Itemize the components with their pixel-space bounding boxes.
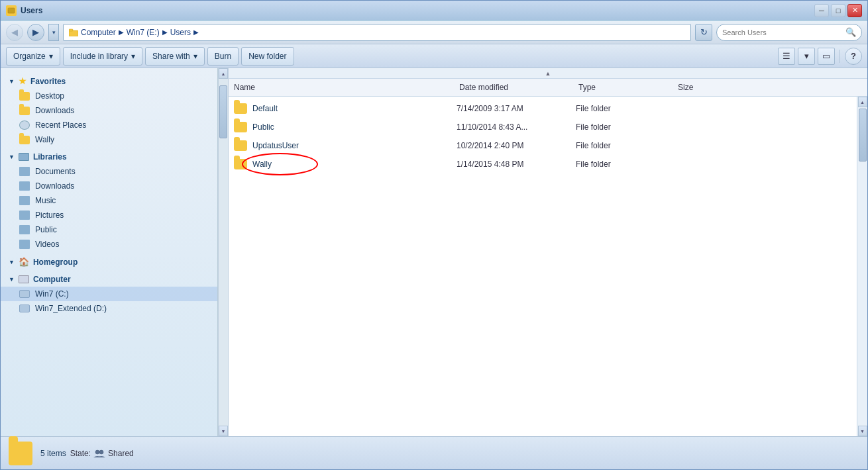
file-type-updatususer: File folder bbox=[576, 141, 675, 150]
path-icon bbox=[69, 28, 78, 36]
sidebar-item-documents[interactable]: Documents bbox=[1, 164, 217, 179]
burn-button[interactable]: Burn bbox=[207, 47, 239, 66]
file-name-public: Public bbox=[231, 122, 457, 132]
favorites-header[interactable]: ▼ ★ Favorites bbox=[1, 73, 217, 89]
status-count: 5 items bbox=[40, 449, 66, 458]
main-scrollbar[interactable]: ▲ ▼ bbox=[857, 97, 867, 436]
explorer-window: Users ─ □ ✕ ◀ ▶ ▾ Computer ▶ Win7 (E:) ▶… bbox=[0, 0, 868, 470]
sidebar-scroll-down[interactable]: ▼ bbox=[219, 426, 228, 436]
sidebar-scroll-thumb[interactable] bbox=[219, 85, 227, 138]
sidebar-item-public[interactable]: Public bbox=[1, 222, 217, 237]
main-scroll-up[interactable]: ▲ bbox=[858, 97, 867, 107]
organize-button[interactable]: Organize ▾ bbox=[6, 47, 60, 66]
homegroup-icon: 🏠 bbox=[19, 257, 29, 267]
close-button[interactable]: ✕ bbox=[847, 4, 862, 17]
nav-dropdown[interactable]: ▾ bbox=[48, 24, 59, 41]
computer-collapse-icon: ▼ bbox=[9, 276, 15, 283]
sidebar-item-music[interactable]: Music bbox=[1, 193, 217, 208]
table-row[interactable]: Public 11/10/2014 8:43 A... File folder bbox=[229, 118, 857, 136]
folder-icon bbox=[234, 140, 247, 151]
status-folder-icon bbox=[9, 442, 32, 465]
shared-icon bbox=[93, 449, 105, 458]
view-dropdown-button[interactable]: ▾ bbox=[798, 48, 815, 65]
back-button[interactable]: ◀ bbox=[6, 24, 23, 41]
sidebar-public-label: Public bbox=[35, 225, 57, 234]
main-scroll-down[interactable]: ▼ bbox=[858, 426, 867, 436]
sidebar-item-wally-fav[interactable]: Wally bbox=[1, 132, 217, 147]
documents-icon bbox=[19, 166, 30, 177]
svg-point-5 bbox=[99, 450, 103, 454]
homegroup-header[interactable]: ▼ 🏠 Homegroup bbox=[1, 254, 217, 269]
sidebar-item-win7d[interactable]: Win7_Extended (D:) bbox=[1, 301, 217, 316]
sidebar-item-pictures[interactable]: Pictures bbox=[1, 208, 217, 222]
svg-rect-2 bbox=[69, 30, 78, 36]
view-options-button[interactable]: ☰ bbox=[778, 48, 795, 65]
statusbar: 5 items State: Shared bbox=[1, 436, 867, 469]
maximize-button[interactable]: □ bbox=[831, 4, 845, 17]
sidebar-recent-places-label: Recent Places bbox=[35, 120, 86, 130]
sidebar-item-downloads-fav[interactable]: Downloads bbox=[1, 103, 217, 118]
videos-icon bbox=[19, 239, 30, 250]
computer-header[interactable]: ▼ Computer bbox=[1, 272, 217, 287]
include-in-library-button[interactable]: Include in library ▾ bbox=[63, 47, 142, 66]
help-button[interactable]: ? bbox=[845, 48, 862, 65]
new-folder-button[interactable]: New folder bbox=[241, 47, 294, 66]
computer-section: ▼ Computer Win7 (C:) Win7_Extended (D:) bbox=[1, 272, 217, 316]
table-row[interactable]: Default 7/14/2009 3:17 AM File folder bbox=[229, 99, 857, 118]
main-scroll-thumb[interactable] bbox=[859, 109, 867, 162]
file-type-public: File folder bbox=[576, 122, 675, 132]
sidebar-downloads-lib-label: Downloads bbox=[35, 181, 74, 191]
sidebar-videos-label: Videos bbox=[35, 240, 59, 249]
window-icon bbox=[6, 5, 17, 16]
favorites-collapse-icon: ▼ bbox=[9, 78, 15, 85]
toolbar: Organize ▾ Include in library ▾ Share wi… bbox=[1, 44, 867, 68]
sidebar-item-downloads-lib[interactable]: Downloads bbox=[1, 179, 217, 193]
table-row-wally[interactable]: Wally 1/14/2015 4:48 PM File folder bbox=[229, 155, 857, 173]
sidebar: ▼ ★ Favorites Desktop Downloads bbox=[1, 68, 218, 436]
include-arrow: ▾ bbox=[131, 52, 135, 61]
status-state: State: Shared bbox=[70, 449, 134, 458]
libraries-header[interactable]: ▼ Libraries bbox=[1, 150, 217, 164]
folder-icon-wally bbox=[234, 159, 247, 169]
sidebar-scrollbar[interactable]: ▲ ▼ bbox=[218, 68, 229, 436]
file-date-wally: 1/14/2015 4:48 PM bbox=[457, 160, 576, 169]
svg-rect-3 bbox=[69, 29, 73, 31]
state-value: Shared bbox=[108, 449, 134, 458]
col-header-date[interactable]: Date modified bbox=[454, 81, 573, 93]
column-headers: Name Date modified Type Size bbox=[229, 79, 867, 97]
share-with-button[interactable]: Share with ▾ bbox=[145, 47, 205, 66]
computer-icon bbox=[19, 275, 29, 283]
sidebar-win7d-label: Win7_Extended (D:) bbox=[35, 304, 107, 313]
forward-button[interactable]: ▶ bbox=[27, 24, 44, 41]
col-header-size[interactable]: Size bbox=[673, 81, 739, 93]
titlebar: Users ─ □ ✕ bbox=[1, 1, 867, 21]
desktop-icon bbox=[19, 91, 30, 101]
sidebar-item-desktop[interactable]: Desktop bbox=[1, 89, 217, 103]
sidebar-desktop-label: Desktop bbox=[35, 91, 64, 101]
libraries-collapse-icon: ▼ bbox=[9, 154, 15, 160]
sidebar-item-videos[interactable]: Videos bbox=[1, 237, 217, 252]
table-row[interactable]: UpdatusUser 10/2/2014 2:40 PM File folde… bbox=[229, 136, 857, 155]
file-date-default: 7/14/2009 3:17 AM bbox=[457, 104, 576, 113]
refresh-button[interactable]: ↻ bbox=[695, 24, 712, 41]
sidebar-item-win7c[interactable]: Win7 (C:) bbox=[1, 287, 217, 301]
address-path[interactable]: Computer ▶ Win7 (E:) ▶ Users ▶ bbox=[63, 24, 691, 41]
homegroup-label: Homegroup bbox=[33, 258, 78, 267]
col-header-name[interactable]: Name bbox=[229, 81, 454, 93]
computer-label: Computer bbox=[33, 275, 71, 284]
file-date-updatususer: 10/2/2014 2:40 PM bbox=[457, 141, 576, 150]
sidebar-scroll-up[interactable]: ▲ bbox=[219, 68, 228, 79]
titlebar-controls: ─ □ ✕ bbox=[814, 4, 862, 17]
recent-places-icon bbox=[19, 120, 30, 130]
search-input[interactable] bbox=[722, 28, 843, 36]
toolbar-right: ☰ ▾ ▭ ? bbox=[778, 48, 862, 65]
sidebar-wally-fav-label: Wally bbox=[35, 135, 54, 144]
file-name-wally: Wally bbox=[231, 159, 457, 169]
preview-pane-button[interactable]: ▭ bbox=[818, 48, 835, 65]
file-type-wally: File folder bbox=[576, 160, 675, 169]
col-header-type[interactable]: Type bbox=[573, 81, 673, 93]
sidebar-item-recent-places[interactable]: Recent Places bbox=[1, 118, 217, 132]
scroll-top-arrow[interactable]: ▲ bbox=[229, 68, 867, 79]
libraries-label: Libraries bbox=[33, 152, 67, 162]
minimize-button[interactable]: ─ bbox=[814, 4, 829, 17]
